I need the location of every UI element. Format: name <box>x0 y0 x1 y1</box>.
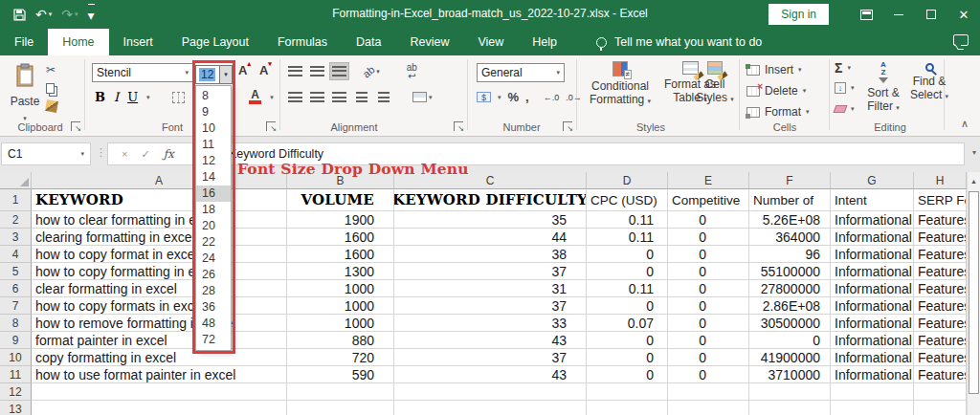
cell-F10[interactable]: 41900000 <box>749 349 831 366</box>
cell-C12[interactable] <box>394 383 587 401</box>
font-dialog-launcher[interactable] <box>266 121 276 131</box>
row-header-8[interactable]: 8 <box>0 315 32 332</box>
font-name-combobox[interactable]: Stencil ▾ <box>92 63 193 82</box>
cell-B7[interactable]: 1000 <box>287 297 394 315</box>
row-header-10[interactable]: 10 <box>0 349 32 366</box>
cell-H12[interactable] <box>914 383 967 401</box>
alignment-dialog-launcher[interactable] <box>454 121 463 131</box>
row-header-1[interactable]: 1 <box>0 189 32 211</box>
cell-A12[interactable] <box>32 383 287 401</box>
font-size-option-22[interactable]: 22 <box>196 234 231 251</box>
font-size-option-24[interactable]: 24 <box>196 251 231 267</box>
font-color-dropdown-icon[interactable]: ▾ <box>270 94 274 101</box>
cell-D3[interactable]: 0.11 <box>587 229 668 246</box>
cancel-icon[interactable]: × <box>122 148 127 160</box>
tab-view[interactable]: View <box>463 29 518 55</box>
font-size-option-36[interactable]: 36 <box>196 299 231 316</box>
cell-B1[interactable]: VOLUME <box>287 189 394 211</box>
maximize-button[interactable] <box>915 0 947 29</box>
wrap-text-icon[interactable]: ab↩ <box>407 63 417 80</box>
cell-G7[interactable]: Informational <box>831 297 914 315</box>
name-box[interactable]: C1 ▾ <box>1 142 91 165</box>
cell-F5[interactable]: 55100000 <box>749 263 831 280</box>
column-header-F[interactable]: F <box>749 172 831 189</box>
tab-formulas[interactable]: Formulas <box>263 29 342 55</box>
cell-C10[interactable]: 37 <box>394 349 587 366</box>
font-size-option-12[interactable]: 12 <box>196 153 231 169</box>
bottom-align-button[interactable] <box>329 62 349 80</box>
top-align-button[interactable] <box>285 62 305 80</box>
cell-E11[interactable]: 0 <box>668 366 749 383</box>
enter-icon[interactable]: ✓ <box>141 148 149 161</box>
cell-H2[interactable]: Features <box>914 211 967 229</box>
cell-A5[interactable]: how to copy formatting in excel <box>32 263 287 280</box>
cell-E7[interactable]: 0 <box>668 297 749 315</box>
row-header-3[interactable]: 3 <box>0 229 32 246</box>
cell-E13[interactable] <box>668 401 749 415</box>
cell-E10[interactable]: 0 <box>668 349 749 366</box>
tab-help[interactable]: Help <box>518 29 571 55</box>
cell-C11[interactable]: 43 <box>394 366 587 383</box>
row-header-5[interactable]: 5 <box>0 263 32 280</box>
cell-C5[interactable]: 37 <box>394 263 587 280</box>
cut-icon[interactable]: ✂ <box>46 63 57 76</box>
cell-A2[interactable]: how to clear formatting in excel <box>32 211 287 229</box>
cell-D1[interactable]: CPC (USD) <box>587 189 668 211</box>
underline-button[interactable]: U <box>127 90 138 104</box>
cell-G4[interactable]: Informational <box>831 246 914 263</box>
dropdown-resize-handle-icon[interactable]: ····· <box>196 348 231 354</box>
percent-style-icon[interactable]: % <box>508 90 520 104</box>
comma-style-icon[interactable]: , <box>525 90 529 104</box>
accounting-dropdown-icon[interactable]: ▾ <box>498 94 501 101</box>
cell-E1[interactable]: Competitive <box>668 189 749 211</box>
cell-C13[interactable] <box>394 401 587 415</box>
cell-C9[interactable]: 43 <box>394 332 587 349</box>
cell-A7[interactable]: how to copy formats in excel <box>32 297 287 315</box>
cell-H6[interactable]: Features <box>914 280 967 297</box>
cell-E2[interactable]: 0 <box>668 211 749 229</box>
font-size-option-20[interactable]: 20 <box>196 218 231 234</box>
cell-D12[interactable] <box>587 383 668 401</box>
cell-E5[interactable]: 0 <box>668 263 749 280</box>
cell-F12[interactable] <box>749 383 831 401</box>
font-size-option-28[interactable]: 28 <box>196 283 231 299</box>
align-left-button[interactable] <box>285 88 305 106</box>
ribbon-display-options-button[interactable] <box>850 0 882 29</box>
cell-H5[interactable]: Features <box>914 263 967 280</box>
column-header-H[interactable]: H <box>914 172 967 189</box>
cell-A3[interactable]: clearing formatting in excel <box>32 229 287 246</box>
cell-C3[interactable]: 44 <box>394 229 587 246</box>
cell-F1[interactable]: Number of <box>749 189 831 211</box>
cell-E6[interactable]: 0 <box>668 280 749 297</box>
cell-F9[interactable]: 0 <box>749 332 831 349</box>
cell-A8[interactable]: how to remove formatting in excel <box>32 315 287 332</box>
cell-F6[interactable]: 27800000 <box>749 280 831 297</box>
align-right-button[interactable] <box>329 88 349 106</box>
tab-page-layout[interactable]: Page Layout <box>167 29 263 55</box>
cell-B2[interactable]: 1900 <box>287 211 394 229</box>
increase-indent-button[interactable] <box>373 88 393 106</box>
cell-D11[interactable]: 0 <box>587 366 668 383</box>
cell-H13[interactable] <box>914 401 967 415</box>
cell-F11[interactable]: 3710000 <box>749 366 831 383</box>
copy-icon[interactable] <box>46 83 55 94</box>
cell-H10[interactable]: Features <box>914 349 967 366</box>
formula-input[interactable]: × ✓ ƒx Keyword Difficulty <box>107 142 965 165</box>
cell-B4[interactable]: 1600 <box>287 246 394 263</box>
tab-file[interactable]: File <box>0 29 48 55</box>
conditional-formatting-button[interactable]: ConditionalFormatting ▾ <box>582 61 658 108</box>
formula-bar-handle-icon[interactable]: ⋮ <box>96 146 106 159</box>
autosum-button[interactable]: Σ ▾ <box>835 60 851 76</box>
cell-G12[interactable] <box>831 383 914 401</box>
cell-A4[interactable]: how to copy format in excel <box>32 246 287 263</box>
insert-cells-button[interactable]: Insert ▾ <box>746 63 802 76</box>
cell-H8[interactable]: Features <box>914 315 967 332</box>
cell-A10[interactable]: copy formatting in excel <box>32 349 287 366</box>
close-button[interactable]: ✕ <box>947 0 980 29</box>
cell-D5[interactable]: 0 <box>587 263 668 280</box>
cell-D9[interactable]: 0 <box>587 332 668 349</box>
row-header-4[interactable]: 4 <box>0 246 32 263</box>
cell-B5[interactable]: 1300 <box>287 263 394 280</box>
cell-C2[interactable]: 35 <box>394 211 587 229</box>
cell-E12[interactable] <box>668 383 749 401</box>
